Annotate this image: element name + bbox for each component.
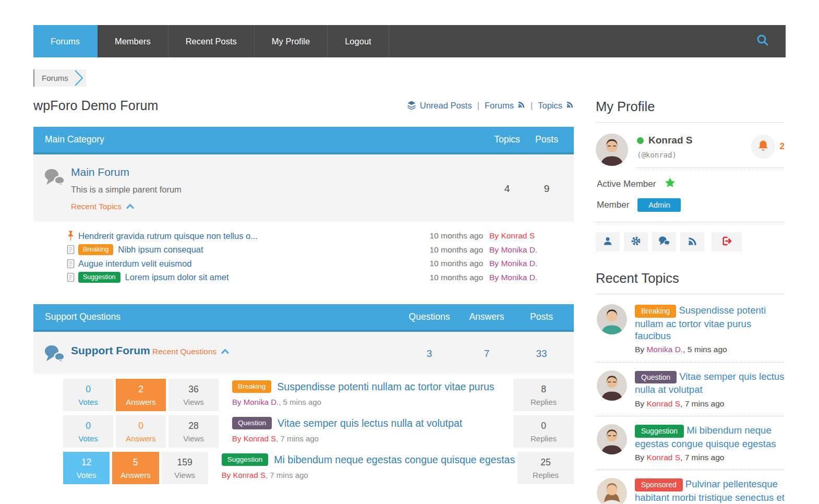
nav-item-forums[interactable]: Forums — [33, 25, 98, 57]
views-box: 28 Views — [168, 415, 219, 448]
comments-icon — [44, 342, 71, 365]
forum-post-count: 33 — [515, 342, 568, 365]
topic-row: Suggestion Lorem ipsum dolor sit amet 10… — [67, 271, 544, 285]
question-author[interactable]: By Konrad S — [232, 434, 276, 443]
replies-label: Replies — [533, 471, 559, 479]
nav-item-recent-posts[interactable]: Recent Posts — [168, 25, 255, 57]
answers-box[interactable]: 0 Answers — [116, 415, 166, 448]
tag-badge-question[interactable]: Question — [232, 417, 272, 429]
topic-author[interactable]: By Konrad S — [489, 231, 544, 241]
tag-badge-suggestion[interactable]: Suggestion — [222, 453, 269, 466]
avatar[interactable] — [597, 304, 627, 334]
recent-topics-heading: Recent Topics — [596, 271, 785, 286]
forum-row-support-forum: Support Forum Recent Questions 3 7 3 — [33, 332, 574, 374]
category-title[interactable]: Support Questions — [45, 311, 401, 322]
forum-link-main-forum[interactable]: Main Forum — [71, 166, 129, 178]
avatar[interactable] — [597, 370, 627, 401]
by-label: By — [635, 453, 644, 462]
votes-count: 0 — [86, 421, 91, 431]
topic-author[interactable]: Konrad S — [646, 399, 680, 408]
layers-icon — [407, 100, 416, 112]
gear-icon — [631, 236, 641, 248]
tag-badge-sponsored[interactable]: Sponsored — [635, 478, 683, 491]
divider — [596, 294, 785, 294]
topic-link[interactable]: Hendrerit gravida rutrum quisque non tel… — [78, 231, 258, 241]
replies-box: 0 Replies — [513, 415, 574, 448]
my-profile-heading: My Profile — [596, 99, 785, 114]
topics-rss-link[interactable]: Topics — [538, 101, 574, 111]
recent-topics-list: Hendrerit gravida rutrum quisque non tel… — [33, 222, 574, 293]
breadcrumb-label[interactable]: Forums — [42, 74, 68, 82]
avatar[interactable] — [597, 424, 627, 454]
unread-posts-label: Unread Posts — [420, 101, 472, 111]
notifications-button[interactable] — [751, 135, 775, 159]
topic-link[interactable]: Nibh ipsum consequat — [118, 245, 203, 255]
logout-button[interactable] — [712, 232, 742, 251]
votes-box[interactable]: 12 Votes — [63, 452, 110, 484]
breadcrumb[interactable]: Forums — [33, 69, 86, 87]
member-group-label: Member — [597, 200, 629, 210]
views-count: 159 — [177, 457, 192, 468]
votes-count: 12 — [81, 457, 91, 468]
settings-button[interactable] — [624, 232, 648, 251]
avatar[interactable] — [597, 478, 627, 504]
chevron-up-icon — [126, 202, 134, 211]
question-link[interactable]: Vitae semper quis lectus nulla at volutp… — [278, 417, 462, 429]
topic-byline: By Konrad S, 7 mins ago — [635, 399, 785, 409]
topic-link[interactable]: Lorem ipsum dolor sit amet — [125, 272, 229, 282]
topic-link[interactable]: Augue interdum velit euismod — [78, 259, 191, 269]
tag-badge-suggestion[interactable]: Suggestion — [78, 272, 121, 283]
panel-support-questions: Support Questions Questions Answers Post… — [33, 304, 574, 484]
question-author[interactable]: By Monika D. — [232, 398, 279, 406]
profile-username[interactable]: Konrad S — [648, 135, 692, 146]
answers-box[interactable]: 2 Answers — [116, 379, 166, 411]
votes-box[interactable]: 0 Votes — [63, 415, 113, 448]
answers-count: 0 — [138, 421, 143, 431]
question-link[interactable]: Suspendisse potenti nullam ac tortor vit… — [277, 381, 494, 393]
rss-button[interactable] — [680, 232, 704, 251]
divider — [596, 122, 785, 123]
nav-item-logout[interactable]: Logout — [328, 25, 389, 57]
replies-count: 25 — [540, 457, 550, 468]
nav-item-members[interactable]: Members — [98, 25, 168, 57]
rss-icon — [688, 236, 697, 248]
list-item: Question Vitae semper quis lectus nulla … — [596, 363, 785, 416]
forums-rss-link[interactable]: Forums — [485, 101, 525, 111]
forum-link-support-forum[interactable]: Support Forum — [71, 344, 150, 357]
topic-author[interactable]: By Monika D. — [489, 259, 544, 268]
search-button[interactable] — [740, 25, 786, 57]
answers-count: 2 — [138, 384, 143, 395]
topic-author[interactable]: Konrad S — [646, 453, 680, 462]
rss-icon — [517, 101, 525, 111]
topic-author[interactable]: By Monika D. — [489, 245, 544, 255]
question-link[interactable]: Mi bibendum neque egestas congue quisque… — [274, 454, 515, 466]
column-header-answers: Answers — [458, 311, 515, 322]
replies-count: 8 — [541, 384, 546, 395]
topics-rss-label: Topics — [538, 101, 562, 111]
question-author[interactable]: By Konrad S — [222, 471, 266, 479]
tag-badge-question[interactable]: Question — [635, 371, 677, 384]
bell-icon — [757, 139, 769, 154]
category-title[interactable]: Main Category — [45, 134, 487, 145]
nav-item-my-profile[interactable]: My Profile — [255, 25, 328, 57]
notification-count[interactable]: 2 — [780, 141, 785, 152]
sidebar: My Profile Konrad — [596, 98, 785, 504]
recent-topics-toggle[interactable]: Recent Topics — [71, 202, 134, 211]
usergroup-badge-admin[interactable]: Admin — [637, 198, 681, 212]
recent-questions-toggle[interactable]: Recent Questions — [152, 347, 229, 356]
votes-box[interactable]: 0 Votes — [63, 379, 113, 411]
profile-button[interactable] — [596, 232, 620, 251]
tag-badge-suggestion[interactable]: Suggestion — [635, 425, 684, 438]
topic-author[interactable]: Monika D. — [646, 345, 683, 354]
messages-button[interactable] — [652, 232, 676, 251]
unread-posts-link[interactable]: Unread Posts — [407, 100, 472, 112]
column-header-posts: Posts — [527, 134, 567, 145]
topic-row: Breaking Nibh ipsum consequat 10 months … — [67, 243, 544, 257]
avatar[interactable] — [596, 134, 628, 166]
tag-badge-breaking[interactable]: Breaking — [635, 305, 676, 318]
tag-badge-breaking[interactable]: Breaking — [232, 380, 271, 393]
tag-badge-breaking[interactable]: Breaking — [78, 244, 113, 255]
forum-post-count: 9 — [527, 166, 567, 211]
answers-box[interactable]: 5 Answers — [112, 452, 159, 484]
topic-author[interactable]: By Monika D. — [489, 273, 544, 282]
